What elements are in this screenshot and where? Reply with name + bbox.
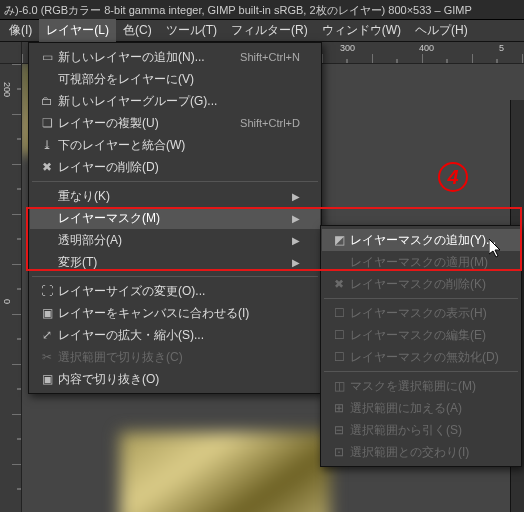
separator [32,276,318,277]
label: レイヤーマスク(M) [58,210,278,227]
ruler-tick: 0 [2,299,12,304]
ruler-tick: 300 [340,43,355,53]
crop-sel-icon: ✂ [36,350,58,364]
menu-windows[interactable]: ウィンドウ(W) [315,19,408,42]
ruler-corner [0,42,22,64]
menu-delete-mask[interactable]: ✖ レイヤーマスクの削除(K) [322,273,520,295]
label: レイヤーをキャンバスに合わせる(I) [58,305,300,322]
duplicate-icon: ❏ [36,116,58,130]
add-sel-icon: ⊞ [328,401,350,415]
label: レイヤーの複製(U) [58,115,212,132]
label: マスクを選択範囲に(M) [350,378,500,395]
label: レイヤーマスクの無効化(D) [350,349,500,366]
menu-show-mask[interactable]: ☐ レイヤーマスクの表示(H) [322,302,520,324]
crop-content-icon: ▣ [36,372,58,386]
mask-to-sel-icon: ◫ [328,379,350,393]
label: 新しいレイヤーの追加(N)... [58,49,212,66]
menu-transform-submenu[interactable]: 変形(T) ▶ [30,251,320,273]
resize-icon: ⛶ [36,284,58,298]
menu-tools[interactable]: ツール(T) [159,19,224,42]
merge-down-icon: ⤓ [36,138,58,152]
new-layer-icon: ▭ [36,50,58,64]
label: レイヤーマスクの編集(E) [350,327,500,344]
menu-intersect-selection[interactable]: ⊡ 選択範囲との交わり(I) [322,441,520,463]
menu-crop-content[interactable]: ▣ 内容で切り抜き(O) [30,368,320,390]
menu-duplicate-layer[interactable]: ❏ レイヤーの複製(U) Shift+Ctrl+D [30,112,320,134]
label: レイヤーマスクの追加(Y)... [350,232,500,249]
scale-icon: ⤢ [36,328,58,342]
submenu-arrow-icon: ▶ [292,235,300,246]
label: レイヤーマスクの表示(H) [350,305,500,322]
label: 重なり(K) [58,188,278,205]
intersect-sel-icon: ⊡ [328,445,350,459]
checkbox-icon: ☐ [328,328,350,342]
sub-sel-icon: ⊟ [328,423,350,437]
ruler-tick: 400 [419,43,434,53]
menu-image[interactable]: 像(I) [2,19,39,42]
label: 選択範囲で切り抜き(C) [58,349,300,366]
menu-transparency-submenu[interactable]: 透明部分(A) ▶ [30,229,320,251]
menu-boundary-submenu[interactable]: 重なり(K) ▶ [30,185,320,207]
menu-layer[interactable]: レイヤー(L) [39,19,116,42]
ruler-tick: 200 [2,82,12,97]
label: レイヤーの削除(D) [58,159,300,176]
separator [324,298,518,299]
submenu-arrow-icon: ▶ [292,213,300,224]
add-mask-icon: ◩ [328,233,350,247]
group-icon: 🗀 [36,94,58,108]
label: 選択範囲から引く(S) [350,422,500,439]
menu-mask-to-selection[interactable]: ◫ マスクを選択範囲に(M) [322,375,520,397]
label: レイヤーの拡大・縮小(S)... [58,327,300,344]
menu-new-from-visible[interactable]: 可視部分をレイヤーに(V) [30,68,320,90]
submenu-arrow-icon: ▶ [292,191,300,202]
fit-icon: ▣ [36,306,58,320]
label: レイヤーマスクの削除(K) [350,276,500,293]
menu-disable-mask[interactable]: ☐ レイヤーマスクの無効化(D) [322,346,520,368]
menu-layer-mask-submenu[interactable]: レイヤーマスク(M) ▶ [30,207,320,229]
menu-new-layer[interactable]: ▭ 新しいレイヤーの追加(N)... Shift+Ctrl+N [30,46,320,68]
delete-mask-icon: ✖ [328,277,350,291]
window-title: み)-6.0 (RGBカラー 8-bit gamma integer, GIMP… [0,0,524,20]
menu-filters[interactable]: フィルター(R) [224,19,315,42]
menu-edit-mask[interactable]: ☐ レイヤーマスクの編集(E) [322,324,520,346]
label: レイヤーマスクの適用(M) [350,254,500,271]
label: 内容で切り抜き(O) [58,371,300,388]
label: 下のレイヤーと統合(W) [58,137,300,154]
label: 変形(T) [58,254,278,271]
separator [324,371,518,372]
ruler-tick: 5 [499,43,504,53]
menu-help[interactable]: ヘルプ(H) [408,19,475,42]
menu-scale-layer[interactable]: ⤢ レイヤーの拡大・縮小(S)... [30,324,320,346]
label: 透明部分(A) [58,232,278,249]
delete-icon: ✖ [36,160,58,174]
image-thumbnail-2 [120,432,330,512]
menu-layer-size[interactable]: ⛶ レイヤーサイズの変更(O)... [30,280,320,302]
layer-mask-submenu: ◩ レイヤーマスクの追加(Y)... レイヤーマスクの適用(M) ✖ レイヤーマ… [320,225,522,467]
submenu-arrow-icon: ▶ [292,257,300,268]
menu-colors[interactable]: 色(C) [116,19,159,42]
menubar: 像(I) レイヤー(L) 色(C) ツール(T) フィルター(R) ウィンドウ(… [0,20,524,42]
menu-merge-down[interactable]: ⤓ 下のレイヤーと統合(W) [30,134,320,156]
accelerator: Shift+Ctrl+D [240,117,300,129]
menu-new-group[interactable]: 🗀 新しいレイヤーグループ(G)... [30,90,320,112]
menu-add-to-selection[interactable]: ⊞ 選択範囲に加える(A) [322,397,520,419]
menu-apply-mask[interactable]: レイヤーマスクの適用(M) [322,251,520,273]
menu-delete-layer[interactable]: ✖ レイヤーの削除(D) [30,156,320,178]
checkbox-icon: ☐ [328,350,350,364]
label: 新しいレイヤーグループ(G)... [58,93,300,110]
menu-crop-selection[interactable]: ✂ 選択範囲で切り抜き(C) [30,346,320,368]
label: 可視部分をレイヤーに(V) [58,71,300,88]
menu-subtract-selection[interactable]: ⊟ 選択範囲から引く(S) [322,419,520,441]
label: 選択範囲に加える(A) [350,400,500,417]
layer-menu: ▭ 新しいレイヤーの追加(N)... Shift+Ctrl+N 可視部分をレイヤ… [28,42,322,394]
label: レイヤーサイズの変更(O)... [58,283,300,300]
accelerator: Shift+Ctrl+N [240,51,300,63]
menu-fit-canvas[interactable]: ▣ レイヤーをキャンバスに合わせる(I) [30,302,320,324]
checkbox-icon: ☐ [328,306,350,320]
separator [32,181,318,182]
label: 選択範囲との交わり(I) [350,444,500,461]
menu-add-mask[interactable]: ◩ レイヤーマスクの追加(Y)... [322,229,520,251]
ruler-vertical: 0 200 [0,64,22,512]
